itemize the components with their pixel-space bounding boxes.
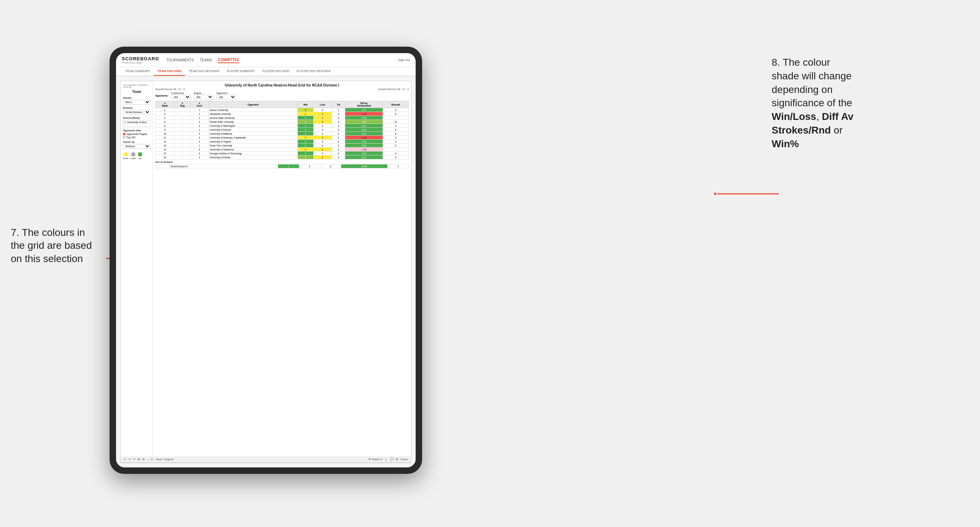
table-row: 8 - 2 University of Washington 1 0 0 3.6… — [156, 124, 409, 128]
nav-teams[interactable]: TEAMS — [200, 57, 212, 63]
opponents-filter-label: Opponents: — [155, 94, 168, 97]
sub-nav-team-summary[interactable]: TEAM SUMMARY — [122, 67, 154, 76]
nav-tournaments[interactable]: TOURNAMENTS — [166, 57, 194, 63]
logo-area: SCOREBOARD Powered by clippd — [122, 56, 159, 64]
toolbar-crop[interactable]: ⊞ — [138, 458, 140, 461]
toolbar-redo[interactable]: ↪ — [128, 458, 131, 461]
toolbar-back[interactable]: ↺ — [133, 458, 135, 461]
annotation-right: 8. The colourshade will changedepending … — [772, 56, 958, 151]
opponents-played-radio[interactable] — [123, 133, 126, 135]
top100-radio[interactable] — [123, 136, 126, 138]
division-record: Division Record: 88 - 17 - 0 — [378, 88, 409, 90]
toolbar-grid-view[interactable]: ⊞ — [396, 458, 398, 461]
table-row: 9 - 1 University of Arizona 1 0 0 9.00 2 — [156, 128, 409, 132]
colour-legend: Down Level Up — [123, 152, 151, 159]
toolbar-undo[interactable]: ↩ — [124, 458, 126, 461]
table-row: 16 - 2 University of Florida 3 1 0 6.62 … — [156, 156, 409, 159]
tableau-body: Last Updated: 27/03/2024 16:55:38 Team G… — [121, 81, 411, 456]
sub-nav: TEAM SUMMARY TEAM H2H GRID TEAM H2H HEAT… — [116, 67, 416, 76]
col-tie: Tie — [332, 101, 345, 108]
toolbar-watch[interactable]: 👁 Watch ▾ — [368, 458, 382, 461]
col-diff: Diff AvStrokes/Rnd — [345, 101, 383, 108]
grid-title: University of North Carolina Head-to-Hea… — [155, 83, 409, 87]
tablet-screen: SCOREBOARD Powered by clippd TOURNAMENTS… — [116, 53, 416, 467]
tableau-container: Last Updated: 27/03/2024 16:55:38 Team G… — [120, 81, 411, 463]
sub-nav-player-h2h-heatmap[interactable]: PLAYER H2H HEATMAP — [293, 67, 334, 76]
toolbar-view[interactable]: View: Original — [156, 458, 173, 461]
annotation-left: 7. The colours inthe grid are basedon th… — [11, 226, 111, 265]
col-conf: #Conf — [190, 101, 208, 108]
col-rank: #Rank — [156, 101, 175, 108]
table-row: 14 - 6 University of Oklahoma 0 1 0 -1.0… — [156, 148, 409, 151]
data-table: #Rank #Reg #Conf Opponent Win Loss Tie D… — [155, 101, 409, 159]
table-row: 12 - 3 University of Virginia 1 0 0 2.33… — [156, 140, 409, 144]
col-loss: Loss — [313, 101, 332, 108]
ood-rounds: 3 — [388, 164, 409, 168]
sub-nav-player-summary[interactable]: PLAYER SUMMARY — [223, 67, 259, 76]
legend-down-dot — [124, 152, 128, 157]
conference-select[interactable]: (All) — [171, 95, 191, 100]
ood-division: NCAA Division II — [169, 164, 278, 168]
division-label: Division — [123, 106, 151, 109]
tableau-toolbar: ↩ ↪ ↺ ⊞ ⊕ – ⏱ View: Original 👁 Watch ▾ |… — [121, 456, 411, 463]
ood-tie: 0 — [320, 164, 341, 168]
table-row: 13 - 1 Texas Tech University 3 0 0 5.56 … — [156, 144, 409, 148]
conference-filter: Conference (All) — [171, 92, 191, 100]
col-opponent: Opponent — [208, 101, 298, 108]
col-win: Win — [298, 101, 313, 108]
colour-by-label: Colour by — [123, 141, 151, 143]
opponent-select[interactable]: (All) — [216, 95, 236, 100]
sub-nav-player-h2h-grid[interactable]: PLAYER H2H GRID — [259, 67, 293, 76]
out-of-division-table: NCAA Division II 1 0 0 26.00 3 — [155, 164, 409, 168]
legend-down: Down — [123, 152, 128, 159]
table-row: 3 2 Vanderbilt University 0 4 0 -2.29 8 — [156, 112, 409, 116]
out-of-division: Out of division NCAA Division II 1 0 0 — [155, 161, 409, 168]
gender-select[interactable]: Men's — [123, 100, 151, 105]
opponent-filter: Opponent (All) — [216, 92, 236, 100]
school-select[interactable]: 1. University of Nort... — [123, 120, 151, 127]
grid-subtitle: Overall Record: 89 - 17 - 0 Division Rec… — [155, 88, 409, 90]
nav-committee[interactable]: COMMITTEE — [218, 57, 239, 63]
left-panel: Last Updated: 27/03/2024 16:55:38 Team G… — [121, 81, 153, 456]
legend-level-dot — [131, 152, 135, 157]
colour-by-select[interactable]: Win/loss — [123, 144, 151, 149]
toolbar-minus[interactable]: – — [147, 458, 148, 461]
top100-option[interactable]: Top 100 — [123, 136, 151, 138]
tablet-frame: SCOREBOARD Powered by clippd TOURNAMENTS… — [110, 47, 422, 474]
toolbar-comment[interactable]: 💬 — [390, 458, 394, 461]
ood-diff: 26.00 — [341, 164, 388, 168]
legend-level: Level — [130, 152, 135, 159]
toolbar-plus[interactable]: ⊕ — [142, 458, 145, 461]
legend-up: Up — [138, 152, 142, 159]
table-row: 6 - 2 Florida State University 4 2 0 1.8… — [156, 120, 409, 124]
nav-items: TOURNAMENTS TEAMS COMMITTEE — [166, 57, 389, 63]
right-panel: University of North Carolina Head-to-Hea… — [153, 81, 411, 456]
sub-nav-team-h2h-heatmap[interactable]: TEAM H2H HEATMAP — [185, 67, 223, 76]
logo-text: SCOREBOARD — [122, 56, 159, 61]
toolbar-share[interactable]: Share — [401, 458, 408, 461]
region-select[interactable]: (All) — [194, 95, 213, 100]
table-row: 10 - 5 University of Alabama 3 0 0 2.61 … — [156, 132, 409, 136]
main-content: Last Updated: 27/03/2024 16:55:38 Team G… — [116, 76, 416, 467]
table-row: 4 - 1 Arizona State University 5 1 0 2.2… — [156, 116, 409, 120]
gender-label: Gender — [123, 97, 151, 99]
ood-win: 1 — [278, 164, 299, 168]
opponents-played-option[interactable]: Opponents Played — [123, 133, 151, 135]
app-header: SCOREBOARD Powered by clippd TOURNAMENTS… — [116, 53, 416, 67]
col-reg: #Reg — [174, 101, 190, 108]
filter-row: Opponents: Conference (All) Region ( — [155, 92, 409, 100]
last-updated: Last Updated: 27/03/2024 16:55:38 — [123, 84, 151, 88]
panel-team-title: Team — [123, 90, 151, 94]
division-select[interactable]: NCAA Division I — [123, 110, 151, 114]
table-row: 11 - 6 University of Arkansas, Fayettevi… — [156, 136, 409, 140]
toolbar-clock[interactable]: ⏱ — [151, 458, 153, 461]
right-arrow — [714, 183, 779, 205]
ood-loss: 0 — [299, 164, 320, 168]
sub-nav-team-h2h-grid[interactable]: TEAM H2H GRID — [154, 67, 185, 76]
table-row: 15 - 4 Georgia Institute of Technology 5… — [156, 151, 409, 156]
overall-record: Overall Record: 89 - 17 - 0 — [155, 88, 185, 90]
legend-up-dot — [138, 152, 142, 157]
logo-sub: Powered by clippd — [122, 61, 159, 64]
school-label: School (Rank) — [123, 117, 151, 119]
sign-out[interactable]: Sign out — [398, 58, 410, 62]
